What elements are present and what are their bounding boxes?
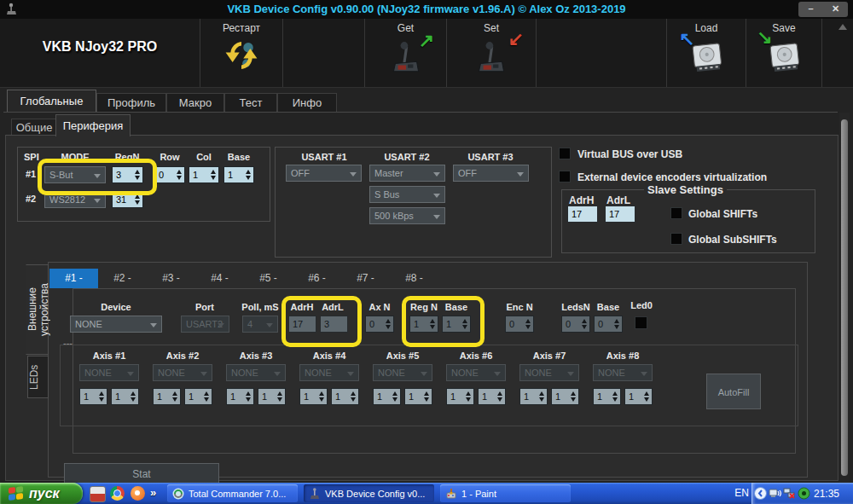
quick-launch-overflow-chevron[interactable]: » [150,486,156,499]
axis-4-dropdown[interactable]: NONE [299,364,359,381]
axis-1-dropdown[interactable]: NONE [79,364,139,381]
base2-spinner[interactable]: 0 [594,316,623,333]
usart3-mode-dropdown[interactable]: OFF [453,165,529,182]
spinner-arrows[interactable] [579,316,589,332]
axis-5-spinner-b[interactable]: 1 [404,388,432,405]
spi2-regn-spinner[interactable]: 31 [112,191,143,208]
axis-6-spinner-b[interactable]: 1 [478,388,506,405]
spinner-arrows[interactable] [96,389,107,404]
scrollbar-thumb[interactable] [841,119,848,476]
spinner-arrows[interactable] [427,316,438,332]
axis-8-spinner-b[interactable]: 1 [624,388,653,405]
vertical-scrollbar[interactable] [839,113,850,483]
axis-4-spinner-a[interactable]: 1 [299,388,328,405]
axis-5-spinner-a[interactable]: 1 [373,388,401,405]
spinner-arrows[interactable] [243,167,253,182]
global-shifts-checkbox[interactable] [670,207,682,219]
global-subshifts-checkbox[interactable] [670,233,682,245]
axis-3-spinner-b[interactable]: 1 [258,388,286,405]
scroll-up-icon[interactable] [838,24,847,30]
spinner-arrows[interactable] [201,389,212,404]
spi1-mode-dropdown[interactable]: S-But [44,166,106,183]
start-button[interactable]: пуск [0,483,83,504]
spinner-arrows[interactable] [537,389,547,404]
spinner-arrows[interactable] [641,389,652,404]
load-button[interactable]: Load ↖ [667,19,746,87]
spinner-arrows[interactable] [610,389,620,404]
axis-3-spinner-a[interactable]: 1 [226,388,254,405]
spi1-row-spinner[interactable]: 0 [154,166,185,183]
device-dropdown[interactable]: NONE [70,316,162,333]
spinner-arrows[interactable] [128,389,138,404]
axis-2-spinner-b[interactable]: 1 [184,388,212,405]
task-vkb-device-config[interactable]: VKB Device Config v0... [304,484,434,502]
port-dropdown[interactable]: USART2 [181,316,229,333]
unit-tab-1[interactable]: #1 - [49,269,98,288]
usart2-speed-dropdown[interactable]: 500 kBps [369,207,445,224]
spinner-arrows[interactable] [132,192,142,207]
save-button[interactable]: Save ↘ [746,19,822,87]
side-tab-external-devices[interactable]: Внешние устройства [26,264,49,355]
spinner-arrows[interactable] [568,389,578,404]
axis-8-dropdown[interactable]: NONE [593,364,653,381]
axis-6-dropdown[interactable]: NONE [446,364,506,381]
subtab-common[interactable]: Общие [11,119,57,136]
axis-7-spinner-a[interactable]: 1 [519,388,548,405]
spinner-arrows[interactable] [348,389,358,404]
axis-3-dropdown[interactable]: NONE [226,364,286,381]
task-total-commander[interactable]: Total Commander 7.0... [167,484,298,502]
spinner-arrows[interactable] [460,316,470,332]
ledsn-spinner[interactable]: 0 [561,316,590,333]
axis-5-dropdown[interactable]: NONE [373,364,432,381]
spi1-regn-spinner[interactable]: 3 [112,166,143,183]
usart2-mode-dropdown[interactable]: Master [369,165,445,182]
adrh-field[interactable]: 17 [288,316,316,333]
adrl-field[interactable]: 3 [320,316,348,333]
spinner-arrows[interactable] [275,389,285,404]
spinner-arrows[interactable] [390,389,400,404]
unit-tab-4[interactable]: #4 - [195,269,244,288]
regn-spinner[interactable]: 1 [409,316,438,333]
unit-tab-7[interactable]: #7 - [341,269,390,288]
axn-spinner[interactable]: 0 [365,316,394,333]
tray-green-app-icon[interactable] [798,487,810,500]
spinner-arrows[interactable] [383,316,393,332]
encn-spinner[interactable]: 0 [505,316,534,333]
quick-launch-disk-icon[interactable] [90,486,106,502]
tray-network-disconnected-icon[interactable] [783,487,796,500]
base1-spinner[interactable]: 1 [442,316,471,333]
axis-2-spinner-a[interactable]: 1 [153,388,181,405]
spinner-arrows[interactable] [523,316,533,332]
tab-info[interactable]: Инфо [277,93,337,112]
tray-hide-icons-chevron[interactable] [754,487,767,500]
task-paint[interactable]: 1 - Paint [440,484,571,502]
virtual-bus-checkbox[interactable] [559,148,571,159]
usart2-bus-dropdown[interactable]: S Bus [369,186,445,203]
spinner-arrows[interactable] [208,167,218,182]
spinner-arrows[interactable] [132,167,142,182]
side-tab-leds[interactable]: LEDs [27,356,49,398]
spinner-arrows[interactable] [170,389,180,404]
spi1-base-spinner[interactable]: 1 [223,166,254,183]
axis-1-spinner-a[interactable]: 1 [79,388,107,405]
restart-button[interactable]: Рестарт [200,19,283,87]
tab-profile[interactable]: Профиль [96,93,166,112]
spi1-col-spinner[interactable]: 1 [189,166,219,183]
subtab-periphery[interactable]: Периферия [55,114,131,136]
usart1-mode-dropdown[interactable]: OFF [286,165,362,182]
ext-encoders-checkbox[interactable] [559,171,571,182]
axis-1-spinner-b[interactable]: 1 [111,388,139,405]
axis-4-spinner-b[interactable]: 1 [331,388,359,405]
axis-8-spinner-a[interactable]: 1 [593,388,621,405]
spi2-mode-dropdown[interactable]: WS2812 [44,191,106,208]
spinner-arrows[interactable] [174,167,184,182]
led0-checkbox[interactable] [635,316,647,329]
poll-dropdown[interactable]: 4 [242,316,278,333]
tab-macro[interactable]: Макро [166,93,224,112]
set-button[interactable]: Set ↙ [447,19,537,87]
spinner-arrows[interactable] [243,389,253,404]
get-button[interactable]: Get ↗ [365,19,447,87]
close-button[interactable]: ✕ [823,2,848,17]
minimize-button[interactable]: – [798,2,823,17]
unit-tab-5[interactable]: #5 - [244,269,293,288]
